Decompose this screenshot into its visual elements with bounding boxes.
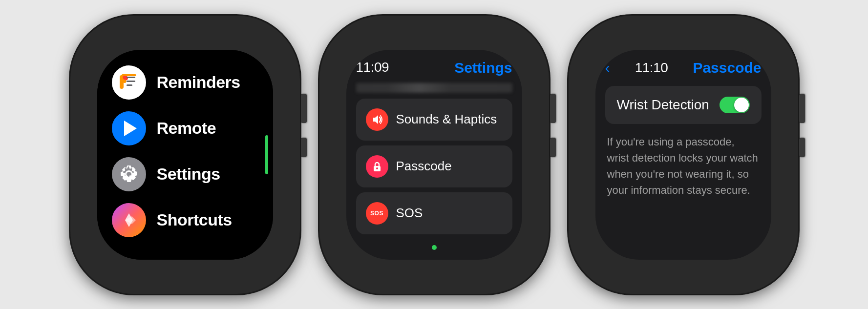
toggle-thumb: [734, 98, 749, 112]
sos-text: SOS: [370, 210, 383, 217]
watch-3-screen: ‹ 11:10 Passcode Wrist Detection If you'…: [595, 50, 771, 260]
side-button-1: [301, 138, 307, 157]
list-item-settings[interactable]: Settings: [97, 151, 273, 197]
settings-sounds-haptics[interactable]: Sounds & Haptics: [356, 99, 512, 141]
remote-icon: [112, 111, 146, 145]
sos-label: SOS: [396, 206, 423, 221]
sos-icon: SOS: [366, 202, 388, 225]
back-button[interactable]: ‹: [605, 60, 610, 76]
watch-3: ‹ 11:10 Passcode Wrist Detection If you'…: [569, 16, 798, 294]
watch-1-screen: Reminders Remote: [97, 50, 273, 260]
app-list-screen: Reminders Remote: [97, 50, 273, 260]
svg-point-6: [123, 76, 126, 79]
svg-rect-5: [127, 84, 132, 86]
watch-2-time: 11:09: [356, 60, 389, 75]
watch-2-title: Settings: [454, 60, 512, 76]
list-item-shortcuts[interactable]: Shortcuts: [97, 197, 273, 243]
reminders-label: Reminders: [157, 73, 240, 92]
play-triangle: [124, 121, 137, 136]
settings-sos[interactable]: SOS SOS: [356, 192, 512, 234]
sounds-haptics-label: Sounds & Haptics: [396, 112, 497, 127]
gear-svg: [118, 164, 140, 185]
passcode-header: ‹ 11:10 Passcode: [605, 60, 762, 76]
shortcuts-svg: [118, 209, 140, 231]
settings-label: Settings: [157, 165, 220, 184]
settings-passcode[interactable]: Passcode: [356, 145, 512, 187]
shortcuts-label: Shortcuts: [157, 210, 232, 229]
svg-point-7: [123, 80, 126, 83]
passcode-screen: ‹ 11:10 Passcode Wrist Detection If you'…: [595, 50, 771, 260]
lock-icon: [371, 160, 383, 173]
watch-2-screen: 11:09 Settings Sounds & Haptics: [346, 50, 522, 260]
settings-header: 11:09 Settings: [356, 60, 512, 76]
watch-1: Reminders Remote: [70, 16, 300, 294]
wrist-detection-toggle[interactable]: [720, 97, 750, 113]
bottom-dot-2: [432, 245, 437, 250]
scroll-indicator-1: [265, 135, 268, 174]
watch-3-time: 11:10: [635, 60, 668, 76]
list-item-remote[interactable]: Remote: [97, 105, 273, 151]
reminders-icon: [112, 65, 146, 100]
sounds-haptics-icon: [366, 108, 388, 131]
settings-icon: [112, 157, 146, 191]
remote-label: Remote: [157, 119, 216, 138]
wrist-detection-label: Wrist Detection: [617, 97, 709, 113]
svg-rect-3: [127, 77, 135, 78]
svg-point-9: [376, 167, 378, 169]
reminders-svg: [117, 70, 141, 95]
settings-screen: 11:09 Settings Sounds & Haptics: [346, 50, 522, 260]
svg-rect-4: [127, 81, 135, 82]
side-button-2: [550, 138, 556, 157]
passcode-icon: [366, 155, 388, 178]
blurred-account-row: [356, 83, 512, 93]
watch-2: 11:09 Settings Sounds & Haptics: [319, 16, 549, 294]
list-item-reminders[interactable]: Reminders: [97, 60, 273, 105]
side-button-3: [799, 138, 805, 157]
wrist-detection-row[interactable]: Wrist Detection: [605, 86, 762, 124]
shortcuts-icon: [112, 203, 146, 237]
wrist-description: If you're using a passcode, wrist detect…: [605, 134, 762, 198]
watch-3-title: Passcode: [693, 60, 761, 76]
passcode-label: Passcode: [396, 159, 452, 174]
speaker-icon: [371, 113, 383, 126]
